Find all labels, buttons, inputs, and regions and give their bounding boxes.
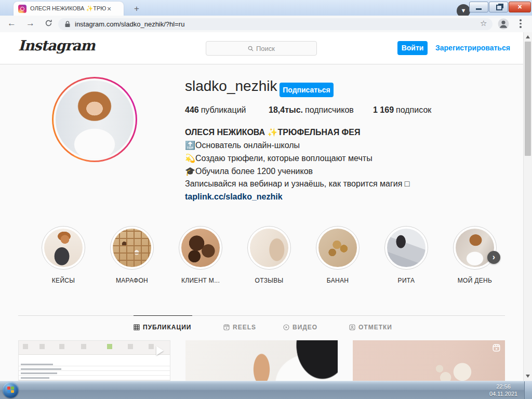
page-scrollbar[interactable] [523,32,532,381]
tab-video[interactable]: ВИДЕО [283,324,317,331]
scroll-up-icon[interactable] [526,35,530,38]
bio-line: 💫Создаю трюфели, которые воплощают мечты [185,153,373,163]
tab-title: ОЛЕСЯ НЕЖИКОВА ✨ТРЮФЕЛЬ [30,5,106,12]
bio-title: ОЛЕСЯ НЕЖИКОВА ✨ТРЮФЕЛЬНАЯ ФЕЯ [185,127,360,137]
search-placeholder: Поиск [256,45,275,52]
signup-link[interactable]: Зарегистрироваться [435,44,510,52]
instagram-page: Instagram Поиск Войти Зарегистрироваться… [0,32,523,381]
clock-date: 04.11.2021 [485,390,522,397]
highlight-rita[interactable]: РИТА [372,226,441,284]
post-thumbnail-reel[interactable] [353,340,505,381]
minimize-icon [476,8,482,10]
search-input[interactable]: Поиск [206,41,317,56]
lock-icon [64,21,71,28]
reload-button[interactable] [45,19,52,30]
reels-badge-icon [493,344,500,354]
search-icon [248,46,254,51]
highlight-otzyvy[interactable]: ОТЗЫВЫ [235,226,303,284]
browser-profile-button[interactable] [498,18,509,32]
tab-close-icon[interactable]: × [107,5,111,12]
browser-menu-button[interactable] [520,19,522,30]
profile-avatar[interactable] [52,77,137,162]
highlight-image [181,229,220,267]
highlight-keisy[interactable]: КЕЙСЫ [29,226,98,284]
instagram-header: Instagram Поиск Войти Зарегистрироваться [0,32,523,64]
highlight-image [318,229,357,267]
browser-toolbar: ← → instagram.com/sladko_nezhik/?hl=ru ☆ [0,16,532,33]
tab-tagged[interactable]: ОТМЕТКИ [349,324,392,331]
person-icon [498,18,509,30]
highlights-next-button[interactable]: › [487,251,500,264]
highlight-image [387,229,425,267]
post-thumbnail[interactable] [185,340,338,381]
windows-logo-icon [7,387,14,393]
scrollbar-thumb[interactable] [525,42,531,156]
url-text[interactable]: instagram.com/sladko_nezhik/?hl=ru [75,20,184,28]
bio-line: 🎓Обучила более 1200 учеников [185,166,313,176]
bio-line: 🔝Основатель онлайн-школы [185,140,300,150]
bio-link[interactable]: taplink.cc/sladko_nezhik [185,192,283,202]
highlight-klient[interactable]: КЛИЕНТ М... [166,226,235,284]
highlight-image [44,229,83,267]
new-tab-button[interactable]: + [131,3,142,15]
show-desktop-button[interactable] [524,381,532,399]
bio-line: Записывайся на вебинар и узнаёшь, как тв… [185,179,410,189]
taskbar: e RU ? ▼ ? A ⚑ µ ✓ 22:56 04.11.2021 [0,381,532,399]
stat-following[interactable]: 1 169подписок [373,105,431,115]
browser-tab[interactable]: ОЛЕСЯ НЕЖИКОВА ✨ТРЮФЕЛЬ × [14,2,124,16]
forward-button[interactable]: → [26,18,35,29]
avatar-photo [56,81,134,158]
active-tab-indicator [134,315,192,316]
bookmark-star-icon[interactable]: ☆ [480,19,487,28]
scroll-down-icon[interactable] [526,375,530,378]
instagram-favicon-icon [18,5,26,13]
window-restore-button[interactable] [489,2,508,12]
reload-icon [45,19,52,27]
tagged-icon [349,324,355,330]
tab-reels[interactable]: REELS [223,324,256,331]
reels-icon [223,324,230,330]
highlight-image [113,229,151,267]
follow-button[interactable]: Подписаться [280,83,334,97]
window-close-button[interactable]: × [509,2,531,12]
video-play-icon [156,346,164,355]
taskbar-clock[interactable]: 22:56 04.11.2021 [485,383,522,397]
browser-titlebar: ОЛЕСЯ НЕЖИКОВА ✨ТРЮФЕЛЬ × + ▼ × [0,0,532,16]
tab-publications[interactable]: ПУБЛИКАЦИИ [134,324,191,331]
highlight-banan[interactable]: БАНАН [303,226,372,284]
screen: ОЛЕСЯ НЕЖИКОВА ✨ТРЮФЕЛЬ × + ▼ × ← → inst… [0,0,532,399]
instagram-logo[interactable]: Instagram [18,37,95,54]
clock-time: 22:56 [485,383,522,390]
window-minimize-button[interactable] [469,2,488,12]
tabs-divider [18,315,505,316]
back-button[interactable]: ← [7,18,16,29]
play-circle-icon [283,324,289,330]
highlight-marafon[interactable]: МАРАФОН [98,226,166,284]
highlight-image [250,229,288,267]
start-button[interactable] [3,382,19,398]
stat-followers[interactable]: 18,4тыс.подписчиков [269,105,354,115]
stat-posts: 446публикаций [185,105,246,115]
grid-icon [134,324,140,330]
login-button[interactable]: Войти [397,41,428,55]
address-bar[interactable]: instagram.com/sladko_nezhik/?hl=ru ☆ [58,18,493,30]
profile-username: sladko_nezhik [185,78,277,95]
post-thumbnail-video[interactable] [18,340,170,381]
